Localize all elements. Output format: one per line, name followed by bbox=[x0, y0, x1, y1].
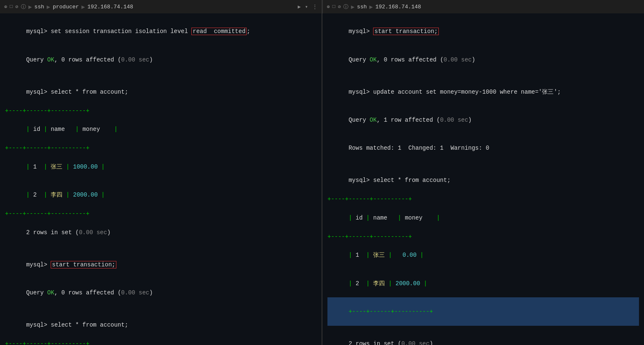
left-icon-plus[interactable]: ⊕ bbox=[4, 4, 7, 10]
right-table-header: | id | name | money | bbox=[327, 204, 639, 232]
left-run-icon[interactable]: ▶ bbox=[298, 4, 301, 10]
left-line-tx-ok: Query OK, 0 rows affected (0.00 sec) bbox=[5, 279, 317, 307]
left-line-select2: mysql> select * from account; bbox=[5, 311, 317, 339]
left-table1-footer: +----+------+----------+ bbox=[5, 209, 317, 218]
left-line-rowcount1: 2 rows in set (0.00 sec) bbox=[5, 218, 317, 246]
left-ssh-label: ssh bbox=[34, 4, 44, 10]
left-menu-icon[interactable]: ⋮ bbox=[312, 4, 317, 10]
left-table2-border1: +----+------+----------+ bbox=[5, 339, 317, 345]
right-icon-plus[interactable]: ⊕ bbox=[327, 4, 330, 10]
right-ssh-label: ssh bbox=[357, 4, 367, 10]
left-icon-square[interactable]: □ bbox=[10, 4, 13, 10]
left-ip-label: 192.168.74.148 bbox=[88, 4, 133, 10]
left-topbar: ⊕ □ ⊘ ⓘ ▶ ssh ▶ producer ▶ 192.168.74.14… bbox=[0, 0, 322, 13]
left-table1-header: | id | name | money | bbox=[5, 115, 317, 143]
right-topbar: ⊕ □ ⊘ ⓘ ▶ ssh ▶ 192.168.74.148 bbox=[322, 0, 644, 13]
right-terminal-pane: mysql> start transaction; Query OK, 0 ro… bbox=[322, 13, 644, 345]
right-table-row2: | 2 | 李四 | 2000.00 | bbox=[327, 269, 639, 297]
right-line-rowcount: 2 rows in set (0.00 sec) bbox=[327, 330, 639, 345]
left-line-3: mysql> select * from account; bbox=[5, 78, 317, 106]
right-table-sep: +----+------+----------+ bbox=[327, 232, 639, 241]
right-table-row1: | 1 | 张三 | 0.00 | bbox=[327, 241, 639, 269]
left-chevron-icon[interactable]: ▾ bbox=[305, 4, 308, 10]
left-line-1: mysql> set session transaction isolation… bbox=[5, 18, 317, 46]
left-icon-cross[interactable]: ⊘ bbox=[15, 4, 18, 10]
left-host-label: producer bbox=[53, 4, 79, 10]
right-line-tx-ok: Query OK, 0 rows affected (0.00 sec) bbox=[327, 46, 639, 74]
right-icon-cross[interactable]: ⊘ bbox=[338, 4, 341, 10]
left-table1-sep: +----+------+----------+ bbox=[5, 143, 317, 153]
right-line-select: mysql> select * from account; bbox=[327, 166, 639, 194]
right-table-footer-highlighted: +----+------+----------+ bbox=[327, 297, 639, 325]
right-line-update: mysql> update account set money=money-10… bbox=[327, 78, 639, 106]
start-transaction-highlight-left: start transaction; bbox=[51, 261, 116, 268]
left-table1-border1: +----+------+----------+ bbox=[5, 106, 317, 115]
left-terminal-pane: mysql> set session transaction isolation… bbox=[0, 13, 322, 345]
right-icon-info[interactable]: ⓘ bbox=[343, 3, 348, 10]
right-ip-label: 192.168.74.148 bbox=[375, 4, 421, 10]
left-icon-info[interactable]: ⓘ bbox=[21, 3, 26, 10]
right-table-border1: +----+------+----------+ bbox=[327, 194, 639, 204]
right-line-start-tx: mysql> start transaction; bbox=[327, 18, 639, 46]
left-line-start-tx: mysql> start transaction; bbox=[5, 250, 317, 279]
left-line-2: Query OK, 0 rows affected (0.00 sec) bbox=[5, 46, 317, 74]
start-transaction-highlight-right: start transaction; bbox=[373, 28, 439, 35]
left-table1-row2: | 2 | 李四 | 2000.00 | bbox=[5, 181, 317, 209]
right-icon-square[interactable]: □ bbox=[332, 4, 335, 10]
left-table1-row1: | 1 | 张三 | 1000.00 | bbox=[5, 153, 317, 181]
right-line-update-ok: Query OK, 1 row affected (0.00 sec) bbox=[327, 106, 639, 134]
right-line-matched: Rows matched: 1 Changed: 1 Warnings: 0 bbox=[327, 134, 639, 162]
read-committed-highlight: read committed bbox=[191, 28, 247, 35]
